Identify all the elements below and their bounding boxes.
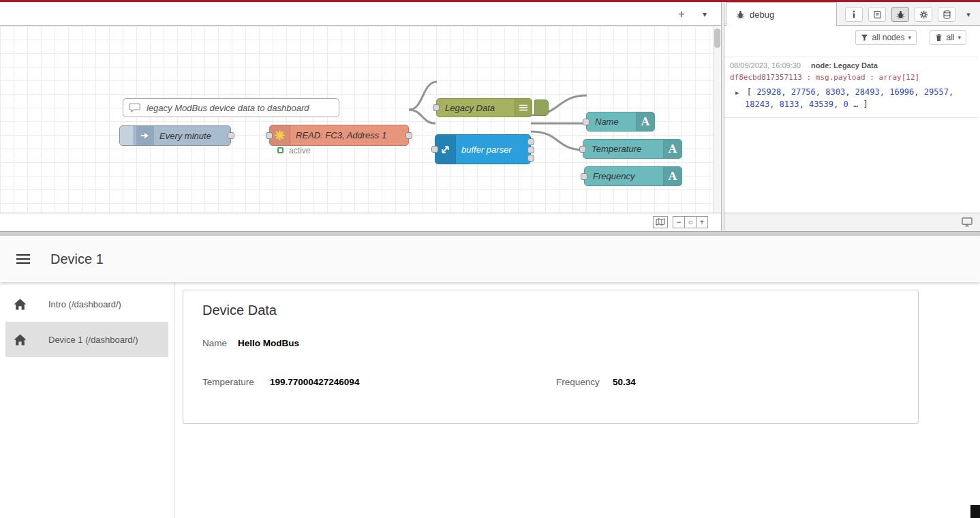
- debug-toggle-button[interactable]: [534, 100, 549, 116]
- home-icon: [14, 334, 27, 346]
- config-tab-button[interactable]: [915, 7, 932, 22]
- debug-message-header: 08/09/2023, 16:09:30 node: Legacy Data: [730, 61, 973, 70]
- nav-item-device-1[interactable]: Device 1 (/dashboard/): [5, 322, 168, 357]
- text-a-icon: A: [663, 140, 682, 158]
- inject-node[interactable]: Every minute: [119, 125, 231, 146]
- ui-frequency-input-port[interactable]: [581, 173, 587, 180]
- debug-timestamp: 08/09/2023, 16:09:30: [730, 61, 801, 70]
- node-status-text: active: [289, 146, 310, 155]
- window-divider: [0, 231, 980, 236]
- modbus-read-node[interactable]: READ: FC3, Address 1: [269, 125, 409, 146]
- bug-icon: [736, 10, 745, 19]
- zoom-reset-button[interactable]: ○: [684, 216, 696, 228]
- nav-item-intro[interactable]: Intro (/dashboard/): [0, 286, 174, 322]
- field-label-frequency: Frequency: [556, 377, 600, 387]
- debug-node-input-port[interactable]: [433, 104, 440, 111]
- navigator-map-button[interactable]: [653, 216, 668, 228]
- ui-temperature-input-port[interactable]: [579, 146, 586, 153]
- clear-messages-button[interactable]: all ▾: [930, 30, 966, 45]
- buffer-parser-output-port-2[interactable]: [527, 147, 534, 153]
- debug-tab-button[interactable]: [891, 7, 909, 22]
- card-title: Device Data: [202, 303, 277, 318]
- bug-icon: [896, 10, 905, 19]
- ui-text-label: Frequency: [593, 167, 634, 185]
- field-value-name: Hello ModBus: [238, 338, 299, 348]
- debug-payload[interactable]: ▶ [ 25928, 27756, 8303, 28493, 16996, 29…: [730, 86, 973, 110]
- tab-debug[interactable]: debug: [726, 2, 837, 26]
- context-tab-button[interactable]: [938, 7, 955, 22]
- ui-text-label: Temperature: [592, 140, 641, 158]
- resize-arrows-icon: [435, 135, 456, 164]
- nav-item-label: Device 1 (/dashboard/): [48, 335, 138, 345]
- ui-text-label: Name: [595, 112, 619, 131]
- add-flow-button[interactable]: +: [673, 6, 690, 22]
- home-icon: [14, 299, 27, 310]
- nav-item-label: Intro (/dashboard/): [48, 299, 121, 309]
- inject-arrow-icon: [136, 126, 154, 145]
- buffer-parser-output-port-1[interactable]: [527, 138, 534, 145]
- clear-all-label: all: [946, 33, 954, 42]
- list-icon: [515, 99, 532, 117]
- screen: + ▾ legacy ModBus device data to dashboa…: [0, 0, 980, 518]
- modbus-read-label: READ: FC3, Address 1: [296, 125, 386, 145]
- chevron-down-icon: ▾: [958, 34, 961, 41]
- buffer-parser-label: buffer parser: [461, 135, 512, 164]
- expand-caret-icon[interactable]: ▶: [735, 89, 739, 96]
- monitor-icon: [962, 217, 973, 227]
- field-value-frequency: 50.34: [613, 377, 636, 387]
- help-tab-button[interactable]: [868, 7, 886, 22]
- scrollbar-thumb[interactable]: [714, 29, 720, 48]
- text-a-icon: A: [636, 112, 654, 131]
- inject-output-port[interactable]: [228, 132, 234, 139]
- debug-sidebar: debug ▾ all nodes ▾: [724, 2, 980, 231]
- modbus-read-input-port[interactable]: [266, 132, 273, 139]
- bracket-open: [: [747, 87, 752, 97]
- tab-debug-label: debug: [750, 10, 774, 20]
- menu-hamburger-icon[interactable]: [16, 254, 30, 264]
- page-title: Device 1: [50, 236, 104, 282]
- scrollbar-corner: [970, 505, 980, 518]
- canvas-footer: − ○ +: [0, 213, 721, 231]
- open-console-button[interactable]: [960, 216, 975, 228]
- device-data-card: Device Data Name Hello ModBus Temperatur…: [183, 290, 919, 424]
- payload-tail: … ]: [853, 100, 868, 109]
- comment-node[interactable]: legacy ModBus device data to dashboard: [123, 98, 339, 117]
- buffer-parser-node[interactable]: buffer parser: [435, 134, 531, 164]
- field-label-name: Name: [202, 338, 227, 348]
- dashboard-header: Device 1: [0, 236, 980, 282]
- info-tab-button[interactable]: [845, 7, 863, 22]
- inject-button[interactable]: [120, 126, 134, 145]
- inject-node-label: Every minute: [159, 126, 211, 145]
- trash-icon: [935, 33, 943, 42]
- buffer-parser-output-port-3[interactable]: [527, 155, 534, 162]
- sidebar-header: debug ▾: [724, 2, 980, 26]
- modbus-read-output-port[interactable]: [405, 132, 412, 139]
- sidebar-menu-chevron-icon[interactable]: ▾: [961, 7, 976, 22]
- filter-nodes-button[interactable]: all nodes ▾: [855, 30, 917, 45]
- payload-numbers: 25928, 27756, 8303, 28493, 16996, 29557,…: [745, 87, 953, 109]
- debug-message[interactable]: 08/09/2023, 16:09:30 node: Legacy Data d…: [724, 57, 978, 118]
- ui-text-node-frequency[interactable]: Frequency A: [584, 166, 682, 186]
- text-a-icon: A: [663, 167, 682, 185]
- buffer-parser-input-port[interactable]: [431, 146, 438, 153]
- flow-canvas[interactable]: legacy ModBus device data to dashboard E…: [0, 26, 721, 213]
- field-label-temperature: Temperature: [202, 377, 254, 387]
- debug-message-meta: df8ecbd817357113 : msg.payload : array[1…: [730, 73, 973, 82]
- node-status-dot: [277, 147, 284, 153]
- ui-text-node-name[interactable]: Name A: [586, 112, 655, 132]
- flow-list-chevron-icon[interactable]: ▾: [696, 6, 713, 22]
- filter-nodes-label: all nodes: [872, 33, 904, 42]
- ui-name-input-port[interactable]: [583, 119, 589, 125]
- debug-node-label: Legacy Data: [445, 99, 495, 117]
- book-icon: [873, 10, 882, 19]
- field-value-temperature: 199.77000427246094: [270, 377, 359, 387]
- speech-bubble-icon: [129, 103, 141, 115]
- sidebar-footer: [724, 213, 980, 231]
- comment-label: legacy ModBus device data to dashboard: [147, 99, 309, 117]
- gear-icon: [919, 10, 928, 19]
- canvas-vertical-scrollbar[interactable]: [713, 26, 721, 213]
- ui-text-node-temperature[interactable]: Temperature A: [583, 139, 682, 159]
- debug-node-legacy-data[interactable]: Legacy Data: [436, 98, 532, 117]
- zoom-in-button[interactable]: +: [696, 216, 708, 228]
- zoom-out-button[interactable]: −: [673, 216, 685, 228]
